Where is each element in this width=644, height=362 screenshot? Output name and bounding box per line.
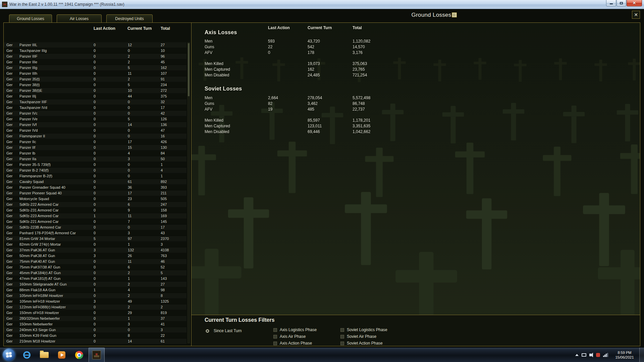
phase-checkbox[interactable] bbox=[340, 335, 344, 339]
loss-table-row: Ger Panzer IIIe 0 2 45 bbox=[4, 59, 186, 65]
taskbar-chrome-button[interactable] bbox=[71, 348, 87, 362]
cell-total: 47 bbox=[161, 128, 165, 132]
cell-nation: Ger bbox=[6, 259, 12, 263]
phase-filter-option[interactable]: Soviet Action Phase bbox=[340, 340, 387, 346]
since-last-turn-radio[interactable] bbox=[206, 329, 209, 333]
cell-nation: Ger bbox=[6, 339, 12, 343]
summary-row: Men Disabled 24,485 721,254 bbox=[192, 72, 640, 78]
summary-current-turn: 3,462 bbox=[308, 101, 318, 106]
taskbar-file-explorer-button[interactable] bbox=[36, 348, 52, 362]
since-last-turn-option[interactable]: Since Last Turn bbox=[206, 328, 241, 333]
war-in-the-east-icon bbox=[92, 351, 101, 359]
summary-label: Guns bbox=[205, 101, 214, 106]
cell-nation: Ger bbox=[6, 265, 12, 269]
cell-current-turn: 4 bbox=[128, 288, 130, 292]
summary-label: Men Disabled bbox=[205, 73, 229, 77]
loss-table-body: Ger Panzer IIIL 0 12 27 Ger Tauchpanzer … bbox=[4, 42, 186, 344]
summary-header-current-turn: Current Turn bbox=[308, 25, 332, 30]
cell-total: 32 bbox=[161, 100, 165, 104]
cell-equipment-name: Tauchpanzer IVd bbox=[19, 106, 47, 110]
cell-nation: Ger bbox=[6, 277, 12, 281]
phase-checkbox[interactable] bbox=[340, 342, 344, 345]
phase-checkbox[interactable] bbox=[273, 335, 277, 339]
cell-last-action: 3 bbox=[94, 248, 96, 252]
cell-total: 41 bbox=[161, 322, 165, 326]
cell-last-action: 0 bbox=[94, 208, 96, 212]
cell-total: 375 bbox=[161, 94, 167, 98]
loss-table-row: Ger 45mm PaK184(r) AT Gun 0 2 5 bbox=[4, 270, 186, 276]
minimize-button[interactable] bbox=[606, 0, 616, 6]
window-close-button[interactable]: ✕ bbox=[627, 0, 642, 6]
taskbar-clock[interactable]: 8:59 PM 15/06/2021 bbox=[611, 350, 638, 360]
report-icon[interactable] bbox=[452, 12, 457, 17]
cell-last-action: 0 bbox=[94, 282, 96, 286]
network-signal-icon[interactable] bbox=[603, 353, 608, 357]
cell-equipment-name: Panzer Pioneer Squad 40 bbox=[19, 191, 62, 195]
cell-total: 892 bbox=[161, 180, 167, 184]
loss-table-row: Ger 122mm leFH388(r) Howitzer 0 2 2 bbox=[4, 304, 186, 310]
cell-total: 1325 bbox=[161, 299, 169, 303]
phase-checkbox[interactable] bbox=[273, 328, 277, 332]
phase-filter-option[interactable]: Axis Action Phase bbox=[273, 340, 317, 346]
window-titlebar: War in the East 2 v 1.00.11 *** 1941 Cam… bbox=[0, 0, 644, 9]
axis-rows: Men 593 43,720 1,120,082 Guns 22 542 14,… bbox=[192, 39, 640, 78]
phase-label: Axis Action Phase bbox=[280, 341, 312, 346]
table-scrollbar[interactable] bbox=[187, 42, 190, 343]
display-tray-icon[interactable] bbox=[582, 353, 586, 357]
loss-table-row: Ger Panzer 38(t) 0 5 234 bbox=[4, 82, 186, 88]
tab-destroyed-units[interactable]: Destroyed Units bbox=[106, 14, 153, 23]
cell-equipment-name: 75mm PaK40 AT Gun bbox=[19, 259, 55, 263]
cell-equipment-name: Tauchpanzer IIIF bbox=[19, 100, 47, 104]
phase-label: Soviet Air Phase bbox=[347, 334, 376, 339]
cell-equipment-name: Panzer IIIg bbox=[19, 66, 37, 70]
cell-current-turn: 0 bbox=[128, 174, 130, 178]
cell-equipment-name: 88mm Flak18 AA Gun bbox=[19, 288, 55, 292]
close-screen-button[interactable]: ✕ bbox=[632, 11, 640, 19]
loss-table-row: Ger SdKfz-231 Armored Car 0 9 158 bbox=[4, 207, 186, 213]
antivirus-tray-icon[interactable] bbox=[596, 353, 600, 357]
cell-equipment-name: Flammpanzer II bbox=[19, 134, 45, 138]
summary-total: 3,351,635 bbox=[353, 124, 370, 128]
phase-filter-option[interactable]: Axis Air Phase bbox=[273, 333, 317, 340]
cell-current-turn: 6 bbox=[128, 265, 130, 269]
volume-icon[interactable] bbox=[589, 354, 591, 356]
summary-label: Men Killed bbox=[205, 61, 223, 66]
tab-air-losses[interactable]: Air Losses bbox=[57, 14, 102, 23]
cell-current-turn: 26 bbox=[128, 254, 132, 258]
scrollbar-thumb[interactable] bbox=[188, 43, 190, 96]
phase-checkbox[interactable] bbox=[273, 342, 277, 345]
cell-equipment-name: Panzer IIf bbox=[19, 145, 35, 149]
start-button[interactable] bbox=[3, 349, 15, 361]
taskbar-media-player-button[interactable] bbox=[54, 348, 70, 362]
phase-filter-option[interactable]: Soviet Logistics Phase bbox=[340, 326, 387, 333]
cell-nation: Ger bbox=[6, 191, 12, 195]
equipment-losses-panel: Last Action Current Turn Total Ger Panze… bbox=[4, 23, 191, 346]
cell-last-action: 0 bbox=[94, 71, 96, 75]
cell-equipment-name: Panzer 35(t) bbox=[19, 77, 40, 81]
loss-table-row: Ger 37mm PaK36 AT Gun 3 132 4108 bbox=[4, 247, 186, 253]
cell-current-turn: 0 bbox=[128, 134, 130, 138]
cell-equipment-name: Panzer IIIe bbox=[19, 60, 37, 64]
cell-last-action: 0 bbox=[94, 231, 96, 235]
cell-total: 136 bbox=[161, 123, 167, 127]
hidden-icons-chevron-icon[interactable] bbox=[575, 354, 579, 356]
phase-filter-option[interactable]: Axis Logistics Phase bbox=[273, 326, 317, 333]
phase-checkbox[interactable] bbox=[340, 328, 344, 332]
cell-nation: Ger bbox=[6, 60, 12, 64]
cell-nation: Ger bbox=[6, 185, 12, 189]
tab-ground-losses[interactable]: Ground Losses bbox=[9, 14, 52, 23]
taskbar-internet-explorer-button[interactable] bbox=[19, 348, 35, 362]
cell-last-action: 0 bbox=[94, 43, 96, 47]
summary-header-total: Total bbox=[353, 25, 362, 30]
summary-total: 3,176 bbox=[353, 50, 363, 55]
cell-nation: Ger bbox=[6, 328, 12, 332]
loss-table-row: Ger 75mm PaK97/38 AT Gun 0 6 52 bbox=[4, 264, 186, 270]
summary-current-turn: 24,485 bbox=[308, 73, 320, 77]
cell-nation: Ger bbox=[6, 208, 12, 212]
phase-filter-option[interactable]: Soviet Air Phase bbox=[340, 333, 387, 340]
show-desktop-button[interactable] bbox=[639, 348, 644, 362]
cell-total: 272 bbox=[161, 88, 167, 93]
loss-table-row: Ger Flammpanzer B-2(f) 0 0 1 bbox=[4, 173, 186, 179]
taskbar-war-in-the-east-button[interactable] bbox=[89, 348, 105, 362]
maximize-button[interactable] bbox=[616, 0, 626, 6]
